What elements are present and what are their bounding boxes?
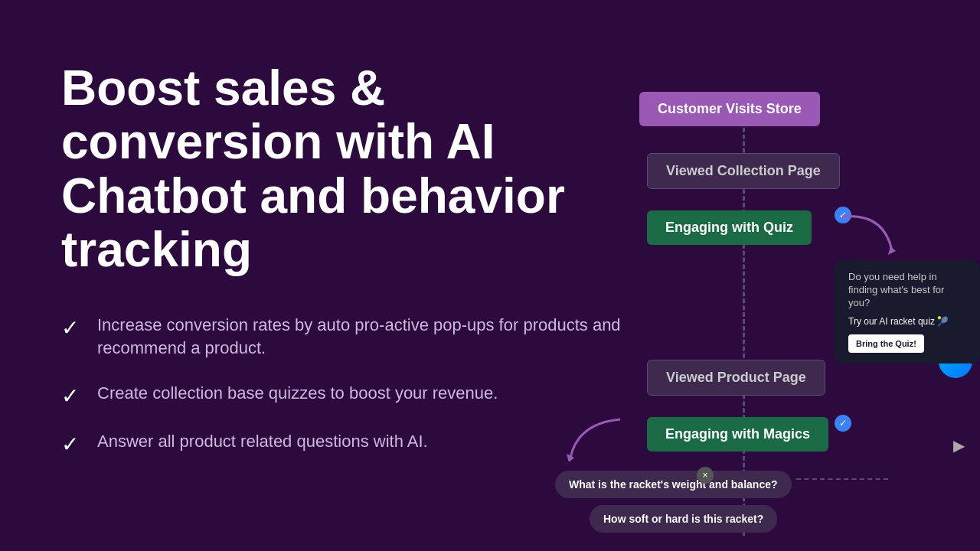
feature-text-2: Create collection base quizzes to boost … [97,382,498,406]
flow-node-quiz: Engaging with Quiz [647,210,812,245]
popup-promo-text: Try our AI racket quiz 🎾 [848,316,966,327]
checkmark-icon-2: ✓ [61,383,79,409]
checkmark-icon-3: ✓ [61,432,79,457]
chat-bubble-hardness: How soft or hard is this racket? [590,505,777,533]
bring-quiz-button[interactable]: Bring the Quiz! [848,334,924,353]
bubble-connector-line [796,478,888,480]
flow-node-customer-visits: Customer Visits Store [639,92,820,126]
arrow-to-magics-chat [563,416,624,461]
popup-question-text: Do you need help in finding what's best … [848,271,966,310]
feature-text-3: Answer all product related questions wit… [97,430,428,454]
quiz-chat-popup: Do you need help in finding what's best … [835,260,980,364]
checkmark-icon-1: ✓ [61,315,79,341]
close-bubble-button[interactable]: × [697,467,714,484]
arrow-to-quiz-popup [838,213,900,259]
chat-bubble-weight: What is the racket's weight and balance? [555,471,792,498]
play-button[interactable]: ▶ [953,436,965,455]
flow-diagram: Customer Visits Store Viewed Collection … [536,0,980,551]
flow-node-collection: Viewed Collection Page [647,153,840,189]
badge-check-magics: ✓ [835,415,851,432]
flow-node-magics: Engaging with Magics [647,417,828,452]
flow-node-product: Viewed Product Page [647,360,825,396]
